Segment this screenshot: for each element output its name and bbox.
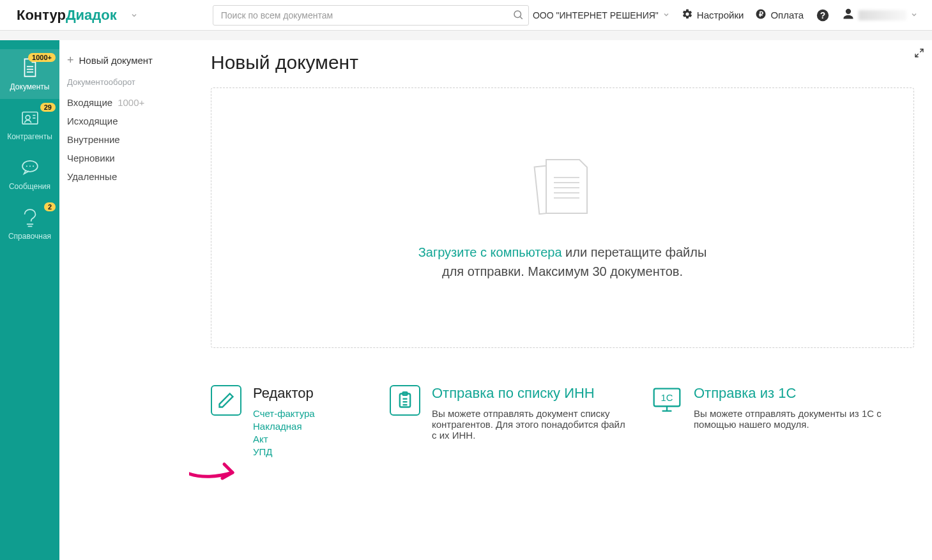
- new-document-label: Новый документ: [79, 55, 153, 66]
- card-inn-list[interactable]: Отправка по списку ИНН Вы можете отправл…: [390, 385, 632, 441]
- doc-sidebar: + Новый документ Документооборот Входящи…: [59, 40, 189, 560]
- folder-inbox-label: Входящие: [67, 97, 112, 108]
- rail-contractors-label: Контрагенты: [7, 132, 52, 141]
- gear-icon: [682, 8, 693, 22]
- card-1c-title[interactable]: Отправка из 1С: [694, 385, 914, 402]
- plus-icon: +: [67, 54, 74, 66]
- card-1c-desc: Вы можете отправлять документы из 1С с п…: [694, 408, 914, 430]
- svg-text:₽: ₽: [759, 10, 763, 18]
- card-editor: Редактор Счет-фактура Накладная Акт УПД: [211, 385, 371, 459]
- top-header: Контур Диадок ООО "ИНТЕРНЕТ РЕШЕНИЯ" Нас…: [0, 0, 932, 31]
- folder-inbox-count: 1000+: [118, 97, 144, 108]
- user-name-redacted: [859, 10, 906, 20]
- rail-help-badge: 2: [44, 202, 56, 211]
- product-logo[interactable]: Контур Диадок: [17, 7, 117, 24]
- monitor-1c-icon: 1С: [652, 385, 682, 416]
- svg-line-19: [915, 54, 919, 57]
- folder-inbox[interactable]: Входящие 1000+: [67, 93, 188, 112]
- folder-deleted[interactable]: Удаленные: [67, 167, 188, 186]
- documents-stack-icon: [524, 155, 601, 227]
- org-name: ООО "ИНТЕРНЕТ РЕШЕНИЯ": [533, 10, 659, 20]
- folder-outbox[interactable]: Исходящие: [67, 112, 188, 130]
- card-editor-body: Редактор Счет-фактура Накладная Акт УПД: [253, 385, 315, 459]
- payment-label: Оплата: [770, 10, 804, 20]
- new-document-button[interactable]: + Новый документ: [67, 54, 188, 66]
- rail-contractors[interactable]: 29 Контрагенты: [0, 99, 59, 149]
- svg-point-15: [29, 165, 30, 167]
- rail-messages-label: Сообщения: [9, 182, 50, 191]
- svg-point-14: [26, 165, 27, 167]
- dropzone-text: Загрузите с компьютера или перетащите фа…: [418, 243, 707, 281]
- card-1c[interactable]: 1С Отправка из 1С Вы можете отправлять д…: [652, 385, 914, 430]
- chevron-down-icon: [662, 10, 670, 20]
- editor-icon: [211, 385, 241, 416]
- rail-documents-badge: 1000+: [28, 53, 56, 62]
- svg-text:1С: 1С: [661, 393, 673, 403]
- page-title: Новый документ: [211, 52, 914, 73]
- dropzone-rest: или перетащите файлы: [562, 245, 707, 259]
- search-icon[interactable]: [512, 9, 524, 23]
- org-switcher[interactable]: ООО "ИНТЕРНЕТ РЕШЕНИЯ": [533, 10, 670, 20]
- body-wrap: 1000+ Документы 29 Контрагенты Сообщения…: [0, 31, 932, 560]
- rail-messages[interactable]: Сообщения: [0, 149, 59, 199]
- help-icon[interactable]: ?: [815, 8, 830, 23]
- logo-kontur: Контур: [17, 7, 66, 24]
- rail-help-label: Справочная: [8, 232, 51, 241]
- folder-drafts[interactable]: Черновики: [67, 149, 188, 167]
- settings-label: Настройки: [697, 10, 744, 20]
- editor-link-upd[interactable]: УПД: [253, 446, 315, 457]
- rail-contractors-badge: 29: [40, 103, 56, 112]
- folder-internal-label: Внутренние: [67, 134, 120, 145]
- clipboard-list-icon: [390, 385, 420, 416]
- header-right: ООО "ИНТЕРНЕТ РЕШЕНИЯ" Настройки ₽ Оплат…: [533, 8, 918, 23]
- rail-documents-label: Документы: [10, 82, 50, 91]
- editor-link-waybill[interactable]: Накладная: [253, 421, 315, 432]
- editor-link-act[interactable]: Акт: [253, 434, 315, 444]
- fullscreen-icon[interactable]: [914, 48, 924, 61]
- rail-help[interactable]: 2 Справочная: [0, 199, 59, 248]
- user-menu[interactable]: [842, 8, 918, 22]
- svg-point-16: [33, 165, 34, 167]
- rail-documents[interactable]: 1000+ Документы: [0, 49, 59, 99]
- search-container: [213, 5, 529, 26]
- editor-link-invoice[interactable]: Счет-фактура: [253, 408, 315, 419]
- ruble-icon: ₽: [755, 8, 767, 22]
- search-input[interactable]: [213, 5, 529, 26]
- product-switch-chevron[interactable]: [125, 11, 144, 19]
- folder-deleted-label: Удаленные: [67, 171, 117, 182]
- settings-link[interactable]: Настройки: [682, 8, 744, 22]
- folder-internal[interactable]: Внутренние: [67, 130, 188, 149]
- dropzone-line2: для отправки. Максимум 30 документов.: [442, 264, 683, 278]
- svg-point-10: [26, 116, 30, 120]
- card-inn-body: Отправка по списку ИНН Вы можете отправл…: [432, 385, 632, 441]
- card-1c-body: Отправка из 1С Вы можете отправлять доку…: [694, 385, 914, 430]
- svg-line-18: [920, 49, 923, 52]
- svg-point-0: [514, 11, 521, 18]
- logo-diadoc: Диадок: [66, 7, 117, 24]
- svg-text:?: ?: [820, 10, 825, 20]
- card-editor-title: Редактор: [253, 385, 315, 402]
- nav-rail: 1000+ Документы 29 Контрагенты Сообщения…: [0, 40, 59, 560]
- card-editor-links: Счет-фактура Накладная Акт УПД: [253, 408, 315, 457]
- upload-link[interactable]: Загрузите с компьютера: [418, 245, 562, 259]
- svg-line-1: [520, 17, 523, 19]
- chevron-down-icon: [910, 10, 918, 20]
- upload-dropzone[interactable]: Загрузите с компьютера или перетащите фа…: [211, 87, 914, 348]
- action-cards: Редактор Счет-фактура Накладная Акт УПД …: [211, 385, 914, 459]
- folder-drafts-label: Черновики: [67, 153, 115, 163]
- card-inn-title[interactable]: Отправка по списку ИНН: [432, 385, 632, 402]
- main-content: Новый документ: [189, 40, 932, 560]
- folder-outbox-label: Исходящие: [67, 116, 118, 126]
- payment-link[interactable]: ₽ Оплата: [755, 8, 804, 22]
- avatar-icon: [842, 8, 855, 22]
- section-label: Документооборот: [67, 77, 188, 87]
- card-inn-desc: Вы можете отправлять документ списку кон…: [432, 408, 632, 441]
